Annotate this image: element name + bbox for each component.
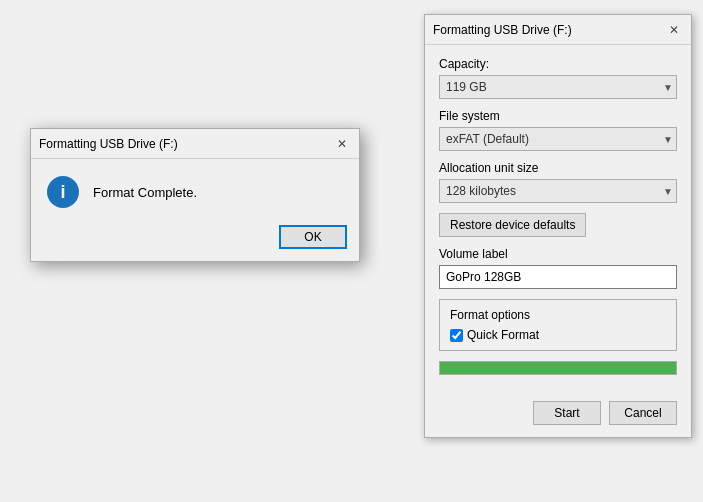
allocation-dropdown[interactable]: 128 kilobytes	[439, 179, 677, 203]
main-dialog-title: Formatting USB Drive (F:)	[433, 23, 572, 37]
restore-defaults-button[interactable]: Restore device defaults	[439, 213, 586, 237]
main-dialog-titlebar: Formatting USB Drive (F:) ✕	[425, 15, 691, 45]
cancel-button[interactable]: Cancel	[609, 401, 677, 425]
info-icon: i	[47, 176, 79, 208]
allocation-dropdown-wrap: 128 kilobytes ▼	[439, 179, 677, 203]
start-button[interactable]: Start	[533, 401, 601, 425]
quick-format-row: Quick Format	[450, 328, 666, 342]
filesystem-label: File system	[439, 109, 677, 123]
complete-dialog-titlebar: Formatting USB Drive (F:) ✕	[31, 129, 359, 159]
format-options-box: Format options Quick Format	[439, 299, 677, 351]
capacity-dropdown-wrap: 119 GB ▼	[439, 75, 677, 99]
complete-message: Format Complete.	[93, 185, 197, 200]
main-dialog-close-button[interactable]: ✕	[665, 21, 683, 39]
format-options-title: Format options	[450, 308, 666, 322]
volume-label-input[interactable]	[439, 265, 677, 289]
main-format-dialog: Formatting USB Drive (F:) ✕ Capacity: 11…	[424, 14, 692, 438]
capacity-dropdown[interactable]: 119 GB	[439, 75, 677, 99]
volume-label-label: Volume label	[439, 247, 677, 261]
filesystem-dropdown[interactable]: exFAT (Default)	[439, 127, 677, 151]
main-dialog-footer: Start Cancel	[425, 401, 691, 437]
capacity-label: Capacity:	[439, 57, 677, 71]
quick-format-checkbox[interactable]	[450, 329, 463, 342]
progress-bar-fill	[440, 362, 676, 374]
complete-dialog-body: i Format Complete.	[31, 159, 359, 219]
filesystem-dropdown-wrap: exFAT (Default) ▼	[439, 127, 677, 151]
progress-bar-container	[439, 361, 677, 375]
allocation-label: Allocation unit size	[439, 161, 677, 175]
main-dialog-body: Capacity: 119 GB ▼ File system exFAT (De…	[425, 45, 691, 401]
info-icon-symbol: i	[60, 182, 65, 203]
complete-dialog-close-button[interactable]: ✕	[333, 135, 351, 153]
complete-dialog: Formatting USB Drive (F:) ✕ i Format Com…	[30, 128, 360, 262]
complete-dialog-footer: OK	[31, 219, 359, 261]
quick-format-label: Quick Format	[467, 328, 539, 342]
complete-dialog-title: Formatting USB Drive (F:)	[39, 137, 178, 151]
ok-button[interactable]: OK	[279, 225, 347, 249]
